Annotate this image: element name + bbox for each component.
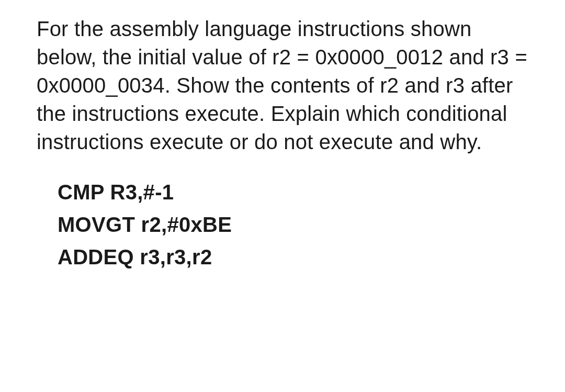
document-page: For the assembly language instructions s…: [0, 0, 565, 294]
assembly-code-block: CMP R3,#-1 MOVGT r2,#0xBE ADDEQ r3,r3,r2: [37, 176, 534, 273]
code-line: ADDEQ r3,r3,r2: [58, 241, 534, 273]
code-line: MOVGT r2,#0xBE: [58, 208, 534, 241]
question-paragraph: For the assembly language instructions s…: [37, 15, 534, 156]
code-line: CMP R3,#-1: [58, 176, 534, 208]
